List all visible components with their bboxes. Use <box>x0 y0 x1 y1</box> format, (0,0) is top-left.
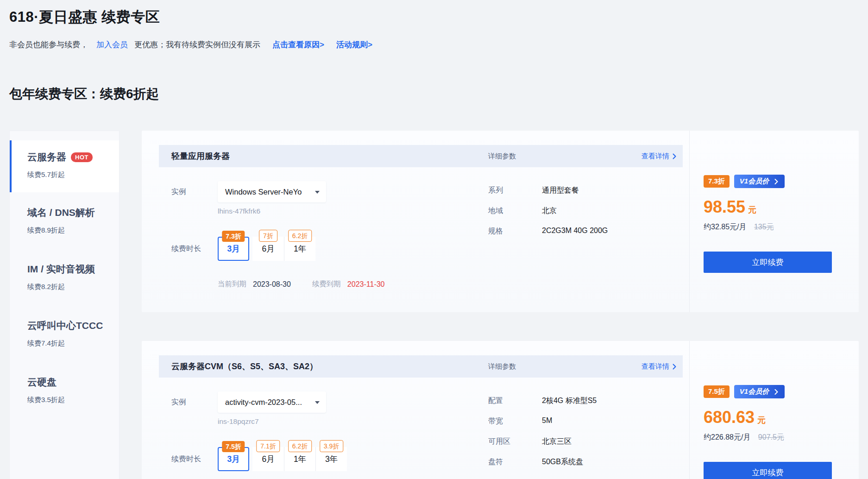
spec-row: 规格 2C2G3M 40G 200G <box>488 227 683 236</box>
duration-label: 续费时长 <box>171 244 218 254</box>
spec-value: 北京三区 <box>542 437 572 447</box>
view-details-label: 查看详情 <box>642 362 669 371</box>
category-sidebar: 云服务器 HOT 续费5.7折起 域名 / DNS解析 续费8.9折起 IM /… <box>9 131 120 479</box>
card-header: 云服务器CVM（S6、S5、SA3、SA2） 详细参数 查看详情 <box>159 355 683 378</box>
product-cards: 轻量应用服务器 详细参数 查看详情 实例 Windows Server-NeYo <box>142 131 859 479</box>
card-title: 云服务器CVM（S6、S5、SA3、SA2） <box>171 361 488 372</box>
spec-value: 5M <box>542 416 552 426</box>
sidebar-item-title: 域名 / DNS解析 <box>27 206 95 219</box>
duration-option-label: 3年 <box>325 454 338 465</box>
sidebar-item-sub: 续费8.2折起 <box>27 283 114 291</box>
chevron-down-icon <box>315 401 320 406</box>
section-title: 包年续费专区：续费6折起 <box>9 85 859 103</box>
card-header: 轻量应用服务器 详细参数 查看详情 <box>159 145 683 167</box>
duration-discount-tag: 3.9折 <box>320 440 343 452</box>
duration-option[interactable]: 7折 6月 <box>252 237 284 261</box>
activity-rules-link[interactable]: 活动规则> <box>336 39 372 50</box>
sidebar-item-title: 云呼叫中心TCCC <box>27 319 103 332</box>
duration-discount-tag: 6.2折 <box>288 230 312 242</box>
spec-label: 带宽 <box>488 416 542 426</box>
spec-row: 系列 通用型套餐 <box>488 186 683 195</box>
duration-options: 7.5折 3月 7.1折 6月 6.2折 1年 3.9折 3年 <box>218 447 347 471</box>
sidebar-item-title: IM / 实时音视频 <box>27 263 95 276</box>
chevron-right-icon <box>774 179 778 184</box>
chevron-right-icon <box>673 364 676 370</box>
instance-id: ins-18pqzrc7 <box>218 417 488 426</box>
product-card: 云服务器CVM（S6、S5、SA3、SA2） 详细参数 查看详情 实例 acti… <box>142 341 859 479</box>
sidebar-item-sub: 续费3.5折起 <box>27 396 114 404</box>
duration-discount-tag: 7.1折 <box>256 440 280 452</box>
view-details-label: 查看详情 <box>642 152 669 161</box>
sidebar-item-0[interactable]: 云服务器 HOT 续费5.7折起 <box>10 140 119 192</box>
renew-now-button[interactable]: 立即续费 <box>704 462 832 479</box>
detail-params-label: 详细参数 <box>488 152 516 161</box>
spec-value: 通用型套餐 <box>542 186 579 195</box>
spec-label: 配置 <box>488 396 542 406</box>
content-area: 云服务器 HOT 续费5.7折起 域名 / DNS解析 续费8.9折起 IM /… <box>9 131 859 479</box>
view-details-link[interactable]: 查看详情 <box>642 362 676 371</box>
chevron-down-icon <box>315 191 320 196</box>
spec-list: 系列 通用型套餐 地域 北京 规格 2C2G3M 40G 200G <box>488 181 683 289</box>
duration-option[interactable]: 6.2折 1年 <box>284 447 315 471</box>
member-price-badge[interactable]: V1会员价 <box>734 175 785 188</box>
member-price-badge[interactable]: V1会员价 <box>734 385 785 398</box>
renew-now-button[interactable]: 立即续费 <box>704 252 832 273</box>
spec-label: 系列 <box>488 186 542 195</box>
join-member-link[interactable]: 加入会员 <box>96 39 128 50</box>
renew-expiry-label: 续费到期 <box>312 279 341 289</box>
spec-label: 盘符 <box>488 457 542 467</box>
view-details-link[interactable]: 查看详情 <box>642 152 676 161</box>
view-reason-link[interactable]: 点击查看原因> <box>272 39 324 50</box>
spec-row: 地域 北京 <box>488 206 683 216</box>
instance-select-value: activity-cvm-2023-05... <box>225 398 302 407</box>
original-price: 135元 <box>754 223 774 231</box>
current-expiry-value: 2023-08-30 <box>253 280 291 289</box>
discount-badge: 7.3折 <box>704 175 730 188</box>
sidebar-item-sub: 续费7.4折起 <box>27 339 114 348</box>
duration-option-label: 1年 <box>294 243 306 254</box>
card-title: 轻量应用服务器 <box>171 151 488 162</box>
subtitle-prefix: 非会员也能参与续费， <box>9 39 88 50</box>
duration-options: 7.3折 3月 7折 6月 6.2折 1年 <box>218 237 315 261</box>
price-amount: 98.55 <box>704 197 745 216</box>
instance-select[interactable]: activity-cvm-2023-05... <box>218 391 326 413</box>
discount-badge: 7.5折 <box>704 385 730 398</box>
price-panel: 7.3折 V1会员价 98.55元 约32.85元/月 135元 立即续费 <box>689 131 859 312</box>
sidebar-item-sub: 续费5.7折起 <box>27 170 114 179</box>
spec-label: 规格 <box>488 227 542 236</box>
duration-option-label: 3月 <box>227 243 239 254</box>
original-price: 907.5元 <box>758 433 784 441</box>
subtitle-row: 非会员也能参与续费， 加入会员 更优惠；我有待续费实例但没有展示 点击查看原因>… <box>9 39 859 50</box>
monthly-price: 约226.88元/月 <box>704 433 750 441</box>
duration-option-label: 6月 <box>262 454 274 465</box>
sidebar-item-4[interactable]: 云硬盘 续费3.5折起 <box>10 362 119 418</box>
instance-label: 实例 <box>171 187 218 197</box>
instance-select-value: Windows Server-NeYo <box>225 188 302 196</box>
sidebar-item-sub: 续费8.9折起 <box>27 226 114 235</box>
duration-option[interactable]: 7.5折 3月 <box>218 447 249 471</box>
spec-row: 可用区 北京三区 <box>488 437 683 447</box>
duration-option[interactable]: 7.1折 6月 <box>252 447 284 471</box>
sidebar-item-3[interactable]: 云呼叫中心TCCC 续费7.4折起 <box>10 305 119 362</box>
renewal-promo-page: 618·夏日盛惠 续费专区 非会员也能参与续费， 加入会员 更优惠；我有待续费实… <box>0 0 868 479</box>
sidebar-item-title: 云硬盘 <box>27 376 57 389</box>
duration-discount-tag: 7折 <box>259 230 277 242</box>
member-price-label: V1会员价 <box>740 177 769 186</box>
price-amount: 680.63 <box>704 408 755 427</box>
spec-label: 可用区 <box>488 437 542 447</box>
chevron-right-icon <box>774 389 778 395</box>
spec-value: 50GB系统盘 <box>542 457 583 467</box>
spec-value: 北京 <box>542 206 557 216</box>
product-card: 轻量应用服务器 详细参数 查看详情 实例 Windows Server-NeYo <box>142 131 859 312</box>
duration-option[interactable]: 7.3折 3月 <box>218 237 249 261</box>
duration-option[interactable]: 6.2折 1年 <box>284 237 315 261</box>
chevron-right-icon <box>673 153 676 159</box>
duration-option[interactable]: 3.9折 3年 <box>315 447 347 471</box>
price-panel: 7.5折 V1会员价 680.63元 约226.88元/月 907.5元 立即续… <box>689 341 859 479</box>
instance-select[interactable]: Windows Server-NeYo <box>218 181 326 202</box>
duration-option-label: 3月 <box>227 454 239 465</box>
sidebar-item-1[interactable]: 域名 / DNS解析 续费8.9折起 <box>10 192 119 249</box>
spec-value: 2C2G3M 40G 200G <box>542 227 608 236</box>
sidebar-item-2[interactable]: IM / 实时音视频 续费8.2折起 <box>10 249 119 305</box>
member-price-label: V1会员价 <box>740 387 769 396</box>
